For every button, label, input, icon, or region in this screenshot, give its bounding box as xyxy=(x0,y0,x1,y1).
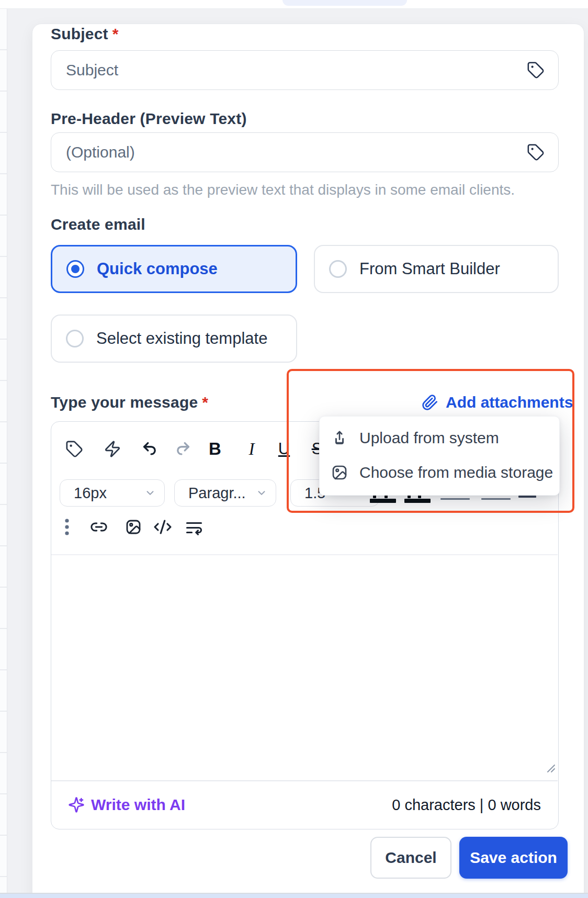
more-options-icon[interactable] xyxy=(61,517,73,537)
option-smart-builder[interactable]: From Smart Builder xyxy=(314,245,559,293)
underline-button[interactable]: U xyxy=(274,439,294,459)
editor-footer: Write with AI 0 characters | 0 words xyxy=(51,781,558,828)
radio-icon xyxy=(66,330,84,347)
menu-item-label: Upload from system xyxy=(359,429,499,447)
message-label: Type your message * xyxy=(51,394,208,411)
link-icon[interactable] xyxy=(89,517,109,537)
subject-input[interactable] xyxy=(66,61,526,79)
top-pill-badge xyxy=(282,0,407,6)
resize-handle[interactable] xyxy=(544,761,556,773)
write-with-ai-label: Write with AI xyxy=(91,796,185,814)
merge-tag-icon[interactable] xyxy=(64,439,84,459)
option-label: Select existing template xyxy=(96,329,267,348)
background-table-edge xyxy=(0,9,7,898)
attachments-dropdown-menu: Upload from system Choose from media sto… xyxy=(319,416,560,496)
subject-label: Subject * xyxy=(51,25,119,43)
required-asterisk: * xyxy=(202,394,208,411)
option-existing-template[interactable]: Select existing template xyxy=(51,315,297,363)
character-word-counter: 0 characters | 0 words xyxy=(392,796,541,814)
menu-item-upload-from-system[interactable]: Upload from system xyxy=(320,421,559,455)
option-label: From Smart Builder xyxy=(359,260,500,278)
preheader-label-text: Pre-Header (Preview Text) xyxy=(51,110,247,128)
option-label: Quick compose xyxy=(97,260,218,278)
preheader-input[interactable] xyxy=(66,143,526,161)
font-size-select[interactable]: 16px xyxy=(60,479,165,507)
chevron-down-icon xyxy=(144,487,156,499)
redo-icon[interactable] xyxy=(173,439,193,459)
text-wrap-icon[interactable] xyxy=(184,517,204,537)
cancel-button[interactable]: Cancel xyxy=(370,837,451,879)
message-content-area[interactable] xyxy=(51,555,558,780)
font-size-value: 16px xyxy=(74,485,107,502)
paperclip-icon xyxy=(422,394,438,411)
chevron-down-icon xyxy=(256,487,267,499)
paragraph-style-value: Paragr... xyxy=(188,485,246,502)
image-icon xyxy=(331,464,348,481)
preheader-input-wrap xyxy=(51,132,559,172)
option-quick-compose[interactable]: Quick compose xyxy=(51,245,297,293)
required-asterisk: * xyxy=(112,25,119,43)
subject-input-wrap xyxy=(51,50,559,90)
add-attachments-label: Add attachments xyxy=(446,394,573,411)
undo-icon[interactable] xyxy=(140,439,160,459)
save-action-button[interactable]: Save action xyxy=(459,837,568,879)
italic-button[interactable]: I xyxy=(242,439,262,459)
subject-label-text: Subject xyxy=(51,25,108,43)
merge-tag-icon[interactable] xyxy=(526,142,546,162)
radio-icon xyxy=(329,260,347,278)
insert-image-icon[interactable] xyxy=(123,517,143,537)
create-email-label-text: Create email xyxy=(51,216,145,233)
create-email-label: Create email xyxy=(51,216,145,233)
add-attachments-button[interactable]: Add attachments xyxy=(422,394,573,411)
write-with-ai-button[interactable]: Write with AI xyxy=(68,796,185,814)
radio-selected-icon xyxy=(66,260,84,278)
menu-item-label: Choose from media storage xyxy=(359,464,553,481)
upload-icon xyxy=(331,430,348,446)
preheader-label: Pre-Header (Preview Text) xyxy=(51,110,247,128)
merge-tag-icon[interactable] xyxy=(526,60,546,80)
bold-button[interactable]: B xyxy=(205,439,225,459)
message-label-text: Type your message xyxy=(51,394,198,411)
bottom-accent-strip xyxy=(0,894,588,898)
code-view-icon[interactable] xyxy=(153,517,173,537)
preheader-helper-text: This will be used as the preview text th… xyxy=(51,182,515,198)
menu-item-choose-from-media-storage[interactable]: Choose from media storage xyxy=(320,455,559,490)
sparkles-icon xyxy=(68,796,85,813)
quick-action-zap-icon[interactable] xyxy=(103,439,122,459)
paragraph-style-select[interactable]: Paragr... xyxy=(174,479,276,507)
